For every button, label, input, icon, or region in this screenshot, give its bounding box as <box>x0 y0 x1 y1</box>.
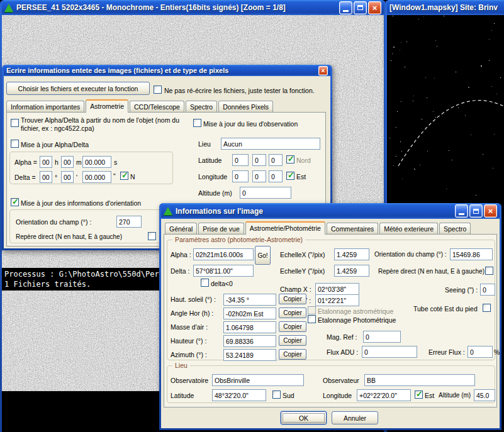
tube-est-checkbox[interactable] <box>483 304 491 312</box>
close-icon[interactable]: × <box>368 1 381 14</box>
execute-function-button[interactable]: Choisir les fichiers et executer la fonc… <box>6 82 150 95</box>
echellex-input[interactable] <box>334 248 369 260</box>
delta-d-input[interactable] <box>40 171 52 183</box>
haut-soleil-input[interactable] <box>223 294 276 306</box>
test-function-checkbox[interactable] <box>154 86 162 94</box>
etalonnage-photometrique-label: Etalonnage Photométrique <box>318 316 396 324</box>
etalonnage-photometrique-checkbox[interactable] <box>308 315 316 323</box>
find-alphadelta-checkbox[interactable] <box>11 119 19 127</box>
est-checkbox[interactable] <box>415 390 423 399</box>
unit-deg-label: ° <box>55 174 57 181</box>
close-icon[interactable]: × <box>484 204 497 218</box>
champ-y-input[interactable] <box>315 294 359 306</box>
alpha-input[interactable] <box>193 248 254 260</box>
champ-x-input[interactable] <box>315 283 359 295</box>
copier-button[interactable]: Copier <box>279 321 306 332</box>
observateur-input[interactable] <box>364 374 475 386</box>
lieu-input[interactable] <box>221 138 320 150</box>
maximize-icon[interactable] <box>354 1 367 14</box>
alpha-m-input[interactable] <box>61 156 74 168</box>
longitude-deg-input[interactable] <box>232 170 249 182</box>
longitude-min-input[interactable] <box>252 170 266 182</box>
star <box>449 150 449 151</box>
delta-input[interactable] <box>193 265 254 277</box>
latitude-input[interactable] <box>212 389 266 401</box>
tab-astrometrie-photometrie[interactable]: Astrometrie/Photométrie <box>245 221 325 235</box>
test-function-label: Ne pas ré-écrire les fichiers, juste tes… <box>164 87 315 94</box>
close-icon[interactable]: × <box>318 66 328 75</box>
tab-prise-de-vue[interactable]: Prise de vue <box>198 223 244 234</box>
orientation-input[interactable] <box>450 248 493 260</box>
tab-donnees-pixels[interactable]: Données Pixels <box>218 101 273 112</box>
go-button[interactable]: Go! <box>255 246 271 265</box>
minimize-icon[interactable] <box>339 1 352 14</box>
copier-button[interactable]: Copier <box>279 307 306 318</box>
est-label: Est <box>296 173 306 180</box>
tab-astrometrie[interactable]: Astrometrie <box>86 99 128 113</box>
mag-ref-input[interactable] <box>363 331 401 343</box>
hauteur-input[interactable] <box>223 335 276 347</box>
nord-checkbox[interactable] <box>286 155 294 163</box>
cancel-button[interactable]: Annuler <box>332 411 378 424</box>
star <box>433 111 434 112</box>
azimuth-input[interactable] <box>223 349 276 361</box>
tab-meteo-exterieure[interactable]: Météo exterieure <box>379 223 438 234</box>
longitude-label: Longitude <box>198 173 227 180</box>
longitude-sec-input[interactable] <box>269 170 283 182</box>
tab-general[interactable]: Général <box>165 223 197 234</box>
copier-button[interactable]: Copier <box>279 335 306 346</box>
info-dialog-titlebar[interactable]: Informations sur l'image × <box>161 203 500 219</box>
unit-m-label: m <box>76 158 82 166</box>
masse-air-input[interactable] <box>223 321 276 333</box>
etalonnage-astrometrique-checkbox[interactable] <box>308 306 316 314</box>
alpha-label: Alpha : <box>171 251 191 258</box>
nord-label: Nord <box>296 157 311 164</box>
altitude-input[interactable] <box>240 187 291 199</box>
sky-window-titlebar[interactable]: [Window1.mapsky] Site: Brinv <box>387 0 504 15</box>
observatoire-input[interactable] <box>212 374 304 386</box>
header-dialog-titlebar[interactable]: Ecrire informations entete des images (f… <box>4 65 330 76</box>
star <box>423 16 424 17</box>
longitude-input[interactable] <box>357 389 411 401</box>
repere-direct-checkbox[interactable] <box>148 232 156 240</box>
star <box>496 94 497 94</box>
sud-checkbox[interactable] <box>272 390 281 399</box>
erreur-flux-label: Erreur Flux : <box>428 348 465 356</box>
est-checkbox[interactable] <box>286 172 294 180</box>
minimize-icon[interactable] <box>455 204 468 218</box>
alpha-h-input[interactable] <box>40 156 52 168</box>
delta-negatif-checkbox[interactable] <box>201 279 209 287</box>
delta-m-input[interactable] <box>61 171 74 183</box>
tab-commentaires[interactable]: Commentaires <box>327 223 378 234</box>
tab-spectro[interactable]: Spectro <box>186 101 217 112</box>
tab-spectro[interactable]: Spectro <box>439 223 471 234</box>
window-controls: × <box>339 1 381 14</box>
latitude-min-input[interactable] <box>252 154 266 166</box>
latitude-deg-input[interactable] <box>232 154 249 166</box>
ok-button[interactable]: OK <box>281 411 327 424</box>
angle-hor-input[interactable] <box>223 307 276 319</box>
orientation-input[interactable] <box>116 216 142 228</box>
star <box>489 39 490 40</box>
delta-s-input[interactable] <box>82 171 111 183</box>
delta-nord-checkbox[interactable] <box>120 172 128 180</box>
maj-alphadelta-label: Mise à jour Alpha/Delta <box>21 141 89 148</box>
star <box>471 135 471 135</box>
maj-alphadelta-checkbox[interactable] <box>11 140 19 148</box>
alpha-s-input[interactable] <box>82 156 111 168</box>
altitude-input[interactable] <box>474 389 495 401</box>
copier-button[interactable]: Copier <box>279 349 306 360</box>
maximize-icon[interactable] <box>469 204 483 218</box>
tab-ccd-telescope[interactable]: CCD/Telescope <box>130 101 184 112</box>
tab-information-importantes[interactable]: Information importantes <box>6 101 84 112</box>
main-window-titlebar[interactable]: PERSEE_41 5202x3465 - Monochrome - Entie… <box>2 0 384 15</box>
flux-adu-input[interactable] <box>362 346 417 358</box>
maj-lieu-checkbox[interactable] <box>193 119 201 127</box>
latitude-sec-input[interactable] <box>269 154 283 166</box>
seeing-input[interactable] <box>480 284 495 296</box>
copier-button[interactable]: Copier <box>279 294 306 304</box>
repere-direct-checkbox[interactable] <box>485 267 493 275</box>
erreur-flux-input[interactable] <box>468 346 493 358</box>
maj-orientation-checkbox[interactable] <box>11 198 19 206</box>
echelley-input[interactable] <box>334 265 369 277</box>
